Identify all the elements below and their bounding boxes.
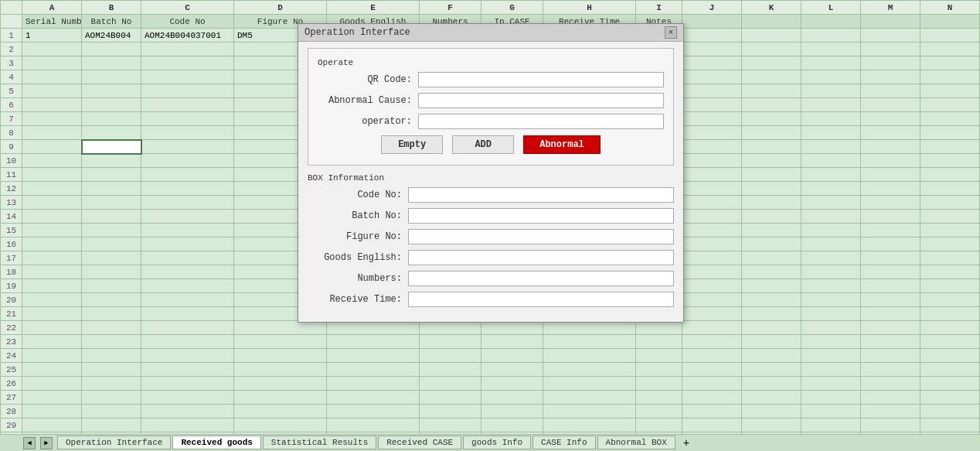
- batch-no-input[interactable]: [408, 208, 674, 224]
- operator-row: operator:: [318, 114, 664, 129]
- modal-overlay: Operation Interface × Operate QR Code: A…: [0, 0, 980, 451]
- empty-button[interactable]: Empty: [381, 135, 443, 154]
- code-no-label: Code No:: [308, 190, 408, 200]
- modal-titlebar: Operation Interface ×: [298, 24, 683, 42]
- figure-no-label: Figure No:: [308, 231, 408, 242]
- numbers-row: Numbers:: [308, 271, 674, 286]
- box-info-label: BOX Information: [308, 173, 674, 183]
- modal-title: Operation Interface: [305, 27, 410, 38]
- receive-time-input[interactable]: [408, 292, 674, 307]
- qr-code-input[interactable]: [418, 72, 664, 87]
- add-button[interactable]: ADD: [452, 135, 514, 154]
- operate-label: Operate: [318, 58, 664, 67]
- numbers-input[interactable]: [408, 271, 674, 286]
- figure-no-input[interactable]: [408, 229, 674, 244]
- abnormal-cause-label: Abnormal Cause:: [318, 95, 418, 106]
- receive-time-row: Receive Time:: [308, 292, 674, 307]
- modal-dialog: Operation Interface × Operate QR Code: A…: [298, 23, 684, 323]
- figure-no-row: Figure No:: [308, 229, 674, 244]
- receive-time-label: Receive Time:: [308, 294, 408, 305]
- qr-code-label: QR Code:: [318, 74, 418, 85]
- abnormal-cause-row: Abnormal Cause:: [318, 93, 664, 108]
- goods-english-row: Goods English:: [308, 250, 674, 265]
- code-no-input[interactable]: [408, 187, 674, 203]
- modal-body: Operate QR Code: Abnormal Cause: operato…: [298, 42, 683, 322]
- goods-english-input[interactable]: [408, 250, 674, 265]
- operate-section: Operate QR Code: Abnormal Cause: operato…: [308, 48, 674, 166]
- modal-close-button[interactable]: ×: [665, 26, 677, 39]
- batch-no-label: Batch No:: [308, 210, 408, 221]
- abnormal-cause-input[interactable]: [418, 93, 664, 108]
- button-row: Empty ADD Abnormal: [318, 135, 664, 154]
- operator-label: operator:: [318, 116, 418, 127]
- batch-no-row: Batch No:: [308, 208, 674, 224]
- goods-english-label: Goods English:: [308, 252, 408, 263]
- code-no-row: Code No:: [308, 187, 674, 203]
- qr-code-row: QR Code:: [318, 72, 664, 87]
- box-info-section: BOX Information Code No: Batch No: Figur…: [308, 173, 674, 307]
- numbers-label: Numbers:: [308, 273, 408, 284]
- abnormal-button[interactable]: Abnormal: [523, 135, 601, 154]
- operator-input[interactable]: [418, 114, 664, 129]
